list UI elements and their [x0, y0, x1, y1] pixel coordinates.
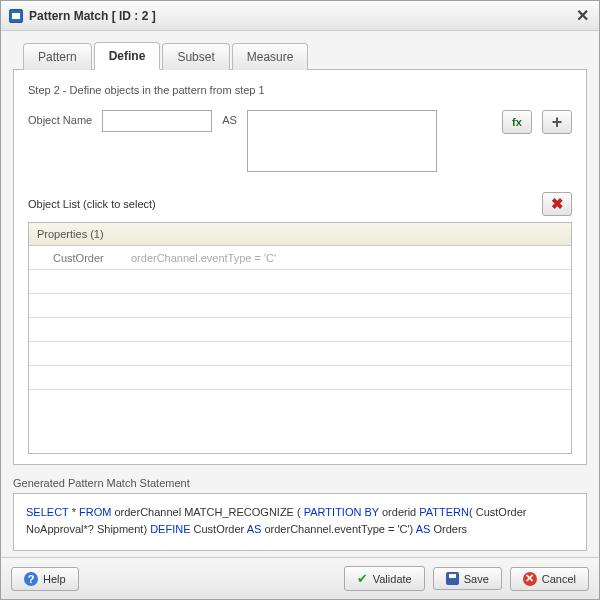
- object-input-row: Object Name AS fx +: [28, 110, 572, 172]
- save-button[interactable]: Save: [433, 567, 502, 590]
- help-label: Help: [43, 573, 66, 585]
- dialog: Pattern Match [ ID : 2 ] ✕ Pattern Defin…: [0, 0, 600, 600]
- tab-measure[interactable]: Measure: [232, 43, 309, 70]
- tab-subset[interactable]: Subset: [162, 43, 229, 70]
- object-name-input[interactable]: [102, 110, 212, 132]
- table-header: Properties (1): [29, 223, 571, 246]
- object-list-label: Object List (click to select): [28, 198, 156, 210]
- as-label: AS: [222, 110, 237, 126]
- validate-label: Validate: [373, 573, 412, 585]
- delete-icon: ✖: [551, 195, 564, 213]
- table-row[interactable]: [29, 318, 571, 342]
- table-row[interactable]: CustOrderorderChannel.eventType = 'C': [29, 246, 571, 270]
- help-button[interactable]: ? Help: [11, 567, 79, 591]
- generated-section: Generated Pattern Match Statement SELECT…: [13, 477, 587, 551]
- row-expr: orderChannel.eventType = 'C': [131, 252, 276, 264]
- step-label: Step 2 - Define objects in the pattern f…: [28, 84, 572, 96]
- add-button[interactable]: +: [542, 110, 572, 134]
- tab-define[interactable]: Define: [94, 42, 161, 70]
- save-icon: [446, 572, 459, 585]
- fx-icon: fx: [512, 116, 522, 128]
- table-row[interactable]: [29, 342, 571, 366]
- as-input[interactable]: [247, 110, 437, 172]
- dialog-title: Pattern Match [ ID : 2 ]: [29, 9, 573, 23]
- table-row[interactable]: [29, 294, 571, 318]
- tabs: Pattern Define Subset Measure: [23, 41, 587, 69]
- table-body: CustOrderorderChannel.eventType = 'C': [29, 246, 571, 390]
- footer: ? Help ✔ Validate Save ✕ Cancel: [1, 557, 599, 599]
- object-list-header: Object List (click to select) ✖: [28, 192, 572, 216]
- cancel-button[interactable]: ✕ Cancel: [510, 567, 589, 591]
- cancel-icon: ✕: [523, 572, 537, 586]
- object-list-table: Properties (1) CustOrderorderChannel.eve…: [28, 222, 572, 454]
- save-label: Save: [464, 573, 489, 585]
- delete-button[interactable]: ✖: [542, 192, 572, 216]
- validate-button[interactable]: ✔ Validate: [344, 566, 425, 591]
- row-name: CustOrder: [53, 252, 113, 264]
- close-icon[interactable]: ✕: [573, 6, 591, 25]
- table-row[interactable]: [29, 270, 571, 294]
- generated-label: Generated Pattern Match Statement: [13, 477, 587, 489]
- app-icon: [9, 9, 23, 23]
- help-icon: ?: [24, 572, 38, 586]
- plus-icon: +: [552, 112, 563, 133]
- generated-statement: SELECT * FROM orderChannel MATCH_RECOGNI…: [13, 493, 587, 551]
- table-row[interactable]: [29, 366, 571, 390]
- dialog-body: Pattern Define Subset Measure Step 2 - D…: [1, 31, 599, 557]
- cancel-label: Cancel: [542, 573, 576, 585]
- expression-builder-button[interactable]: fx: [502, 110, 532, 134]
- titlebar: Pattern Match [ ID : 2 ] ✕: [1, 1, 599, 31]
- tab-pattern[interactable]: Pattern: [23, 43, 92, 70]
- tabpanel-define: Step 2 - Define objects in the pattern f…: [13, 69, 587, 465]
- check-icon: ✔: [357, 571, 368, 586]
- object-name-label: Object Name: [28, 110, 92, 126]
